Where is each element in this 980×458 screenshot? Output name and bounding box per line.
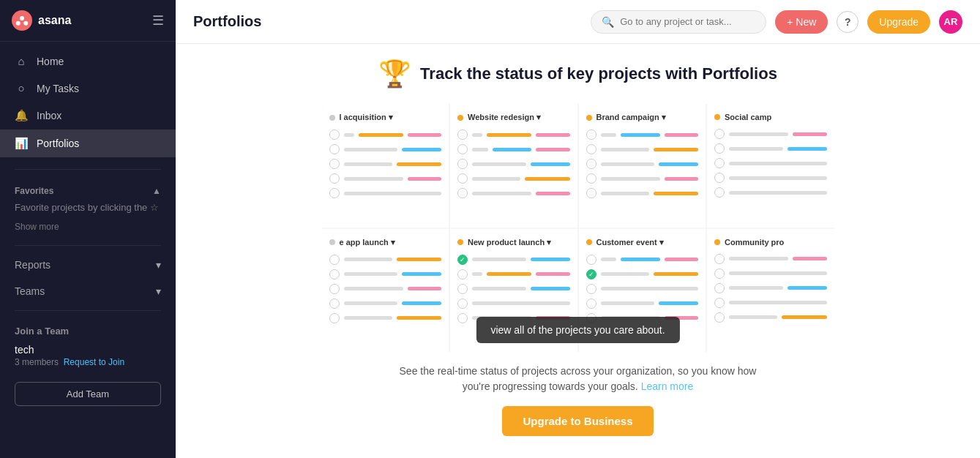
- circle-check: [586, 129, 596, 140]
- search-bar[interactable]: 🔍: [591, 10, 766, 34]
- circle-check: [714, 254, 725, 264]
- card-header-2: Website redesign ▾: [457, 113, 570, 122]
- reports-label: Reports: [15, 259, 51, 271]
- request-to-join-link[interactable]: Request to Join: [64, 357, 124, 367]
- circle-check: [586, 144, 596, 154]
- asana-logo[interactable]: asana: [12, 10, 71, 31]
- card-header-4: Social camp: [714, 113, 827, 121]
- circle-check: [457, 284, 468, 294]
- circle-check: [714, 129, 725, 139]
- search-icon: 🔍: [602, 16, 614, 28]
- favorites-hint: Favorite projects by clicking the ☆: [15, 199, 161, 219]
- circle-check: [457, 188, 468, 198]
- asana-logo-icon: [12, 10, 32, 31]
- preview-card-3: Brand campaign ▾: [579, 104, 706, 228]
- avatar[interactable]: AR: [939, 10, 962, 34]
- topbar: Portfolios 🔍 + New ? Upgrade AR: [176, 0, 980, 44]
- new-button[interactable]: + New: [775, 10, 828, 34]
- card-header-6: New product launch ▾: [457, 238, 570, 247]
- circle-check: [586, 299, 596, 309]
- sidebar-nav: ⌂ Home ○ My Tasks 🔔 Inbox 📊 Portfolios: [0, 42, 176, 163]
- sidebar-reports[interactable]: Reports ▾: [0, 252, 176, 278]
- circle-check: [329, 159, 340, 169]
- topbar-right: 🔍 + New ? Upgrade AR: [591, 10, 962, 34]
- preview-card-4: Social camp: [707, 104, 834, 228]
- circle-check: [329, 269, 340, 279]
- circle-check: [329, 144, 340, 154]
- circle-check: [714, 158, 725, 168]
- promo-title: Track the status of key projects with Po…: [420, 64, 777, 83]
- circle-check: [714, 143, 725, 154]
- team-block: tech 3 members Request to Join: [0, 339, 176, 376]
- sidebar-teams[interactable]: Teams ▾: [0, 278, 176, 304]
- favorites-label: Favorites: [15, 186, 53, 196]
- circle-check: [457, 269, 468, 279]
- teams-label: Teams: [15, 285, 45, 297]
- circle-check: [586, 159, 596, 169]
- circle-check: [329, 255, 340, 265]
- chevron-down-icon: ▾: [156, 259, 161, 271]
- add-team-button[interactable]: Add Team: [15, 382, 161, 406]
- team-meta: 3 members Request to Join: [15, 357, 161, 367]
- portfolio-preview: l acquisition ▾ Website redesign ▾: [322, 104, 834, 352]
- card-header-5: e app launch ▾: [329, 238, 442, 247]
- divider-3: [15, 310, 161, 311]
- trophy-icon: 🏆: [378, 59, 411, 89]
- circle-check: [457, 129, 468, 140]
- sidebar: asana ☰ ⌂ Home ○ My Tasks 🔔 Inbox 📊 Port…: [0, 0, 176, 458]
- sidebar-item-label: Home: [37, 56, 64, 67]
- hamburger-icon[interactable]: ☰: [152, 12, 164, 29]
- card-header-7: Customer event ▾: [586, 238, 699, 247]
- circle-check: [457, 173, 468, 184]
- circle-check: [714, 283, 725, 293]
- join-team-label: Join a Team: [0, 317, 176, 339]
- svg-point-2: [23, 21, 28, 26]
- learn-more-link[interactable]: Learn more: [641, 380, 694, 392]
- circle-check: [714, 298, 725, 308]
- card-header-3: Brand campaign ▾: [586, 113, 699, 122]
- sidebar-item-label: Inbox: [37, 110, 61, 121]
- circle-check: [457, 313, 468, 323]
- circle-check: [329, 173, 340, 184]
- card-dot: [714, 239, 720, 245]
- chevron-up-icon: ▲: [152, 186, 161, 196]
- card-dot: [457, 239, 463, 245]
- sidebar-item-label: My Tasks: [37, 83, 79, 94]
- main-content: Portfolios 🔍 + New ? Upgrade AR 🏆 Track …: [176, 0, 980, 458]
- circle-check: [586, 188, 596, 198]
- sidebar-item-portfolios[interactable]: 📊 Portfolios: [0, 129, 176, 157]
- preview-tooltip: view all of the projects you care about.: [476, 317, 679, 343]
- sidebar-item-mytasks[interactable]: ○ My Tasks: [0, 75, 176, 102]
- divider-2: [15, 245, 161, 246]
- upgrade-button[interactable]: Upgrade: [867, 10, 930, 34]
- team-name: tech: [15, 344, 161, 356]
- search-input[interactable]: [620, 16, 755, 27]
- circle-check: [457, 144, 468, 154]
- portfolio-promo: 🏆 Track the status of key projects with …: [176, 44, 980, 458]
- circle-check: [457, 159, 468, 169]
- chevron-down-icon: ▾: [156, 285, 161, 297]
- card-header-1: l acquisition ▾: [329, 113, 442, 122]
- preview-card-1: l acquisition ▾: [322, 104, 449, 228]
- sidebar-item-home[interactable]: ⌂ Home: [0, 48, 176, 75]
- card-dot: [329, 239, 335, 245]
- favorites-header[interactable]: Favorites ▲: [15, 186, 161, 196]
- favorites-section: Favorites ▲ Favorite projects by clickin…: [0, 176, 176, 239]
- svg-point-0: [20, 16, 24, 20]
- circle-check: [714, 312, 725, 323]
- circle-check: [329, 188, 340, 198]
- card-dot: [586, 115, 592, 121]
- circle-check: [329, 313, 340, 323]
- help-button[interactable]: ?: [837, 11, 859, 33]
- sidebar-item-inbox[interactable]: 🔔 Inbox: [0, 102, 176, 129]
- divider-1: [15, 169, 161, 170]
- portfolios-icon: 📊: [15, 137, 28, 150]
- show-more-link[interactable]: Show more: [15, 219, 161, 235]
- card-dot: [329, 115, 335, 121]
- card-dot: [586, 239, 592, 245]
- circle-check: [329, 299, 340, 309]
- upgrade-business-button[interactable]: Upgrade to Business: [502, 406, 653, 436]
- circle-check: [329, 129, 340, 140]
- check-icon: ○: [15, 82, 28, 94]
- card-header-8: Community pro: [714, 238, 827, 247]
